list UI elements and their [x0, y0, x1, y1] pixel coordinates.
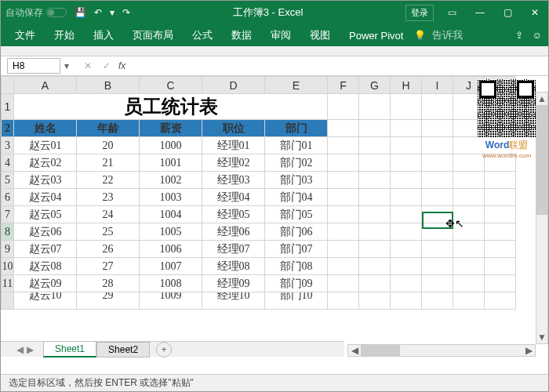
close-icon[interactable]: ✕ — [526, 5, 544, 20]
data-cell[interactable]: 25 — [77, 223, 140, 241]
data-cell[interactable]: 赵云05 — [14, 206, 77, 223]
col-header[interactable]: D — [202, 77, 265, 94]
tab-insert[interactable]: 插入 — [85, 25, 122, 45]
data-cell[interactable]: 1003 — [140, 189, 202, 206]
data-cell[interactable]: 部门04 — [265, 189, 328, 206]
worksheet-grid[interactable]: Word联盟 www.wordlm.com ABCDEFGHIJK1员工统计表2… — [1, 76, 548, 374]
data-cell[interactable]: 部门09 — [265, 275, 328, 292]
undo-dd-icon[interactable]: ▾ — [110, 7, 115, 18]
row-header[interactable]: 6 — [2, 189, 14, 206]
data-cell[interactable]: 赵云06 — [14, 223, 77, 241]
data-cell[interactable]: 经理07 — [202, 241, 265, 258]
data-cell[interactable]: 经理10 — [202, 292, 265, 310]
hscroll-thumb[interactable] — [361, 345, 400, 356]
data-cell[interactable]: 1001 — [140, 154, 202, 172]
enter-formula-icon[interactable]: ✓ — [100, 60, 114, 71]
col-header[interactable]: H — [391, 77, 422, 94]
col-header[interactable]: I — [422, 77, 453, 94]
maximize-icon[interactable]: ▢ — [499, 5, 517, 20]
data-cell[interactable]: 1009 — [140, 292, 202, 310]
tab-layout[interactable]: 页面布局 — [125, 25, 181, 45]
tab-nav-right-icon[interactable]: ▶ — [27, 344, 34, 355]
data-cell[interactable]: 1008 — [140, 275, 202, 292]
ribbon-display-icon[interactable]: ▭ — [443, 5, 461, 20]
vertical-scrollbar[interactable]: ▲ ▼ — [536, 92, 548, 344]
data-cell[interactable]: 经理04 — [202, 189, 265, 206]
data-cell[interactable]: 部门08 — [265, 258, 328, 275]
save-icon[interactable]: 💾 — [75, 7, 86, 18]
tab-review[interactable]: 审阅 — [263, 25, 299, 45]
namebox-dropdown-icon[interactable]: ▾ — [60, 60, 73, 71]
tellme-input[interactable]: 告诉我 — [432, 28, 463, 42]
data-cell[interactable]: 赵云04 — [14, 189, 77, 206]
scroll-down-icon[interactable]: ▼ — [536, 331, 547, 343]
data-cell[interactable]: 21 — [77, 154, 140, 172]
data-cell[interactable]: 部门03 — [265, 172, 328, 189]
data-cell[interactable]: 赵云03 — [14, 172, 77, 189]
data-cell[interactable]: 1000 — [140, 137, 202, 154]
sheet-tab-1[interactable]: Sheet1 — [43, 341, 96, 358]
row-header[interactable]: 4 — [2, 154, 14, 172]
tab-home[interactable]: 开始 — [46, 25, 82, 45]
data-cell[interactable]: 1007 — [140, 258, 202, 275]
formula-bar[interactable] — [129, 58, 548, 74]
row-header[interactable]: 3 — [2, 137, 14, 154]
tab-data[interactable]: 数据 — [224, 25, 260, 45]
data-cell[interactable]: 1002 — [140, 172, 202, 189]
tab-formula[interactable]: 公式 — [184, 25, 220, 45]
row-header[interactable]: 5 — [2, 172, 14, 189]
autosave-toggle[interactable]: 自动保存 — [5, 6, 67, 20]
row-header[interactable]: 9 — [2, 241, 14, 258]
col-header[interactable]: C — [140, 77, 202, 94]
data-cell[interactable]: 经理06 — [202, 223, 265, 241]
data-cell[interactable]: 赵云07 — [14, 241, 77, 258]
fx-icon[interactable]: fx — [118, 60, 125, 71]
data-cell[interactable]: 部门06 — [265, 223, 328, 241]
scroll-up-icon[interactable]: ▲ — [536, 93, 547, 105]
cancel-formula-icon[interactable]: ✕ — [81, 60, 95, 71]
col-header[interactable]: F — [328, 77, 359, 94]
data-cell[interactable]: 22 — [77, 172, 140, 189]
name-box[interactable]: H8 — [7, 58, 60, 74]
data-cell[interactable]: 1005 — [140, 223, 202, 241]
col-header[interactable]: E — [265, 77, 328, 94]
row-header[interactable]: 1 — [2, 94, 14, 120]
data-cell[interactable]: 部门07 — [265, 241, 328, 258]
col-header[interactable]: A — [14, 77, 77, 94]
row-header[interactable]: 11 — [2, 275, 14, 292]
data-cell[interactable]: 经理08 — [202, 258, 265, 275]
data-cell[interactable]: 部门02 — [265, 154, 328, 172]
data-cell[interactable]: 部门10 — [265, 292, 328, 310]
tab-view[interactable]: 视图 — [302, 25, 338, 45]
scroll-right-icon[interactable]: ▶ — [522, 345, 535, 356]
data-cell[interactable]: 28 — [77, 275, 140, 292]
undo-icon[interactable]: ↶ — [94, 7, 102, 18]
data-cell[interactable]: 部门05 — [265, 206, 328, 223]
data-cell[interactable]: 经理05 — [202, 206, 265, 223]
row-header[interactable]: 2 — [2, 120, 14, 137]
row-header[interactable]: 8 — [2, 223, 14, 241]
col-header[interactable]: G — [359, 77, 391, 94]
data-cell[interactable]: 赵云02 — [14, 154, 77, 172]
add-sheet-button[interactable]: + — [156, 342, 172, 358]
data-cell[interactable]: 赵云01 — [14, 137, 77, 154]
sheet-tab-2[interactable]: Sheet2 — [96, 342, 150, 358]
tab-file[interactable]: 文件 — [7, 25, 43, 45]
tab-nav-left-icon[interactable]: ◀ — [16, 344, 24, 355]
data-cell[interactable]: 23 — [77, 189, 140, 206]
data-cell[interactable]: 部门01 — [265, 137, 328, 154]
row-header[interactable]: 10 — [2, 258, 14, 275]
data-cell[interactable]: 27 — [77, 258, 140, 275]
vscroll-thumb[interactable] — [536, 105, 547, 215]
data-cell[interactable]: 1006 — [140, 241, 202, 258]
col-header[interactable]: B — [77, 77, 140, 94]
data-cell[interactable]: 26 — [77, 241, 140, 258]
minimize-icon[interactable]: — — [471, 5, 489, 20]
data-cell[interactable]: 赵云09 — [14, 275, 77, 292]
data-cell[interactable]: 赵云08 — [14, 258, 77, 275]
data-cell[interactable]: 经理03 — [202, 172, 265, 189]
data-cell[interactable]: 经理09 — [202, 275, 265, 292]
row-header[interactable]: 7 — [2, 206, 14, 223]
feedback-icon[interactable]: ☺ — [533, 30, 542, 41]
horizontal-scrollbar[interactable]: ◀ ▶ — [347, 344, 536, 357]
